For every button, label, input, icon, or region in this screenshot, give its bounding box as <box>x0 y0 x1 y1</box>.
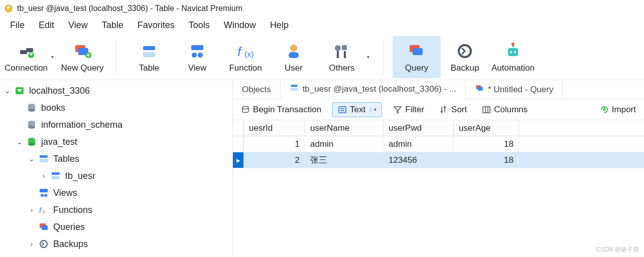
view-button[interactable]: View <box>173 36 221 78</box>
svg-point-48 <box>41 194 44 197</box>
function-button[interactable]: f(x) Function <box>221 36 270 78</box>
text-mode-button[interactable]: Text ▾ <box>332 102 382 117</box>
tree-backups[interactable]: › Backups <box>0 235 232 252</box>
cell-uesrId[interactable]: 1 <box>244 136 305 152</box>
tree-functions[interactable]: › fx Functions <box>0 201 232 218</box>
connection-icon <box>14 85 25 96</box>
backup-button[interactable]: Backup <box>441 36 489 78</box>
connection-tree: ⌄ localhost_3306 books information_schem… <box>0 80 233 257</box>
tree-queries[interactable]: Queries <box>0 218 232 235</box>
tree-table-tbuesr[interactable]: › tb_uesr <box>0 167 232 184</box>
col-userPwd[interactable]: userPwd <box>383 120 454 136</box>
automation-button[interactable]: Automation <box>489 36 537 78</box>
chevron-right-icon[interactable]: › <box>27 239 36 248</box>
col-userName[interactable]: userName <box>305 120 383 136</box>
columns-button[interactable]: Columns <box>478 103 532 117</box>
svg-rect-45 <box>52 172 60 175</box>
cell-userAge[interactable]: 18 <box>454 152 519 168</box>
connection-dropdown[interactable]: ▾ <box>51 54 58 60</box>
import-button[interactable]: Import <box>596 103 640 117</box>
cell-userAge[interactable]: 18 <box>454 136 519 152</box>
tables-icon <box>38 153 49 164</box>
toolbar: Connection ▾ New Query Table View f(x) F… <box>0 34 644 80</box>
query-button[interactable]: Query <box>393 36 441 78</box>
table-row[interactable]: ▸ 2 张三 123456 18 <box>233 152 644 168</box>
connection-button[interactable]: Connection <box>2 36 50 78</box>
database-icon <box>26 102 37 113</box>
svg-rect-14 <box>191 45 203 50</box>
table-row[interactable]: 1 admin admin 18 <box>233 136 644 152</box>
svg-rect-26 <box>413 48 423 55</box>
table-item-icon <box>50 170 61 181</box>
svg-point-1 <box>8 6 10 9</box>
svg-point-49 <box>44 194 47 197</box>
menu-tools[interactable]: Tools <box>182 18 217 33</box>
user-button[interactable]: User <box>270 36 318 78</box>
backup-icon <box>455 41 475 61</box>
import-icon <box>600 105 609 114</box>
query-icon <box>475 84 484 95</box>
col-userAge[interactable]: userAge <box>454 120 519 136</box>
tree-tables[interactable]: ⌄ Tables <box>0 150 232 167</box>
toolbar-separator <box>383 40 383 75</box>
svg-rect-63 <box>483 107 490 113</box>
svg-rect-24 <box>342 45 347 50</box>
sort-button[interactable]: Sort <box>435 103 471 117</box>
cell-userName[interactable]: admin <box>305 136 383 152</box>
svg-rect-6 <box>31 53 32 56</box>
table-button[interactable]: Table <box>125 36 173 78</box>
tab-table[interactable]: tb_uesr @java_test (localhost_3306) - ..… <box>281 81 466 99</box>
cell-userName[interactable]: 张三 <box>305 152 383 168</box>
queries-icon <box>38 221 49 232</box>
menu-edit[interactable]: Edit <box>32 18 61 33</box>
tree-db-infoschema[interactable]: information_schema <box>0 116 232 133</box>
cell-userPwd[interactable]: 123456 <box>383 152 454 168</box>
table-icon <box>290 83 299 95</box>
svg-rect-55 <box>291 85 297 87</box>
tree-views[interactable]: Views <box>0 184 232 201</box>
svg-rect-2 <box>20 50 27 54</box>
navicat-icon <box>4 4 13 13</box>
chevron-down-icon[interactable]: ⌄ <box>27 154 36 163</box>
chevron-right-icon[interactable]: › <box>27 205 36 214</box>
new-query-button[interactable]: New Query <box>58 36 106 78</box>
tree-connection[interactable]: ⌄ localhost_3306 <box>0 82 232 99</box>
tab-objects[interactable]: Objects <box>233 80 281 99</box>
text-dropdown[interactable]: ▾ <box>370 107 376 112</box>
row-header-corner <box>233 120 244 136</box>
chevron-down-icon[interactable]: ⌄ <box>15 137 24 146</box>
row-indicator <box>233 136 244 152</box>
watermark: CSDN @扬子期 <box>596 245 639 254</box>
table-icon <box>139 41 159 61</box>
svg-rect-12 <box>143 46 155 50</box>
menu-help[interactable]: Help <box>263 18 296 33</box>
menu-view[interactable]: View <box>61 18 95 33</box>
menu-window[interactable]: Window <box>217 18 263 33</box>
main-panel: Objects tb_uesr @java_test (localhost_33… <box>233 80 644 257</box>
user-icon <box>284 41 304 61</box>
tree-db-books[interactable]: books <box>0 99 232 116</box>
others-dropdown[interactable]: ▾ <box>367 54 374 60</box>
tree-db-javatest[interactable]: ⌄ java_test <box>0 133 232 150</box>
chevron-right-icon[interactable]: › <box>39 171 48 180</box>
transaction-icon <box>241 105 250 114</box>
menu-favorites[interactable]: Favorites <box>131 18 182 33</box>
fx-icon: fx <box>38 204 49 215</box>
svg-rect-3 <box>26 48 33 52</box>
query-plus-icon <box>72 41 92 61</box>
svg-rect-28 <box>508 48 518 56</box>
menu-file[interactable]: File <box>3 18 32 33</box>
tab-query[interactable]: * Untitled - Query <box>466 80 563 99</box>
menu-table[interactable]: Table <box>95 18 131 33</box>
svg-rect-21 <box>337 51 339 58</box>
col-uesrId[interactable]: uesrId <box>244 120 305 136</box>
begin-transaction-button[interactable]: Begin Transaction <box>237 103 325 117</box>
cell-userPwd[interactable]: admin <box>383 136 454 152</box>
cell-uesrId[interactable]: 2 <box>244 152 305 168</box>
table-toolbar: Begin Transaction Text ▾ Filter Sort Col… <box>233 99 644 120</box>
chevron-down-icon[interactable]: ⌄ <box>3 86 12 95</box>
svg-rect-20 <box>289 52 299 58</box>
filter-button[interactable]: Filter <box>389 103 428 117</box>
others-button[interactable]: Others <box>318 36 366 78</box>
tools-icon <box>332 41 352 61</box>
